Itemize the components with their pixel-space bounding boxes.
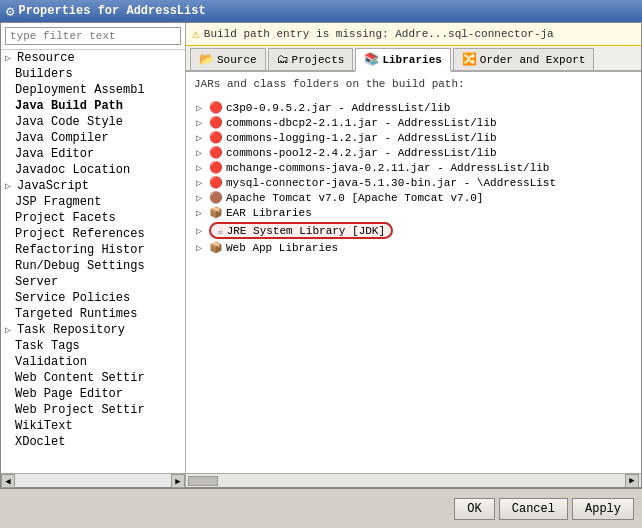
left-scroll: ◀ ▶ bbox=[1, 473, 185, 487]
bottom-bar: OK Cancel Apply bbox=[0, 488, 642, 528]
tree-item-label: Validation bbox=[15, 355, 87, 369]
ok-button[interactable]: OK bbox=[454, 498, 494, 520]
tree-item[interactable]: Web Project Settir bbox=[1, 402, 185, 418]
tree-item[interactable]: ▷JavaScript bbox=[1, 178, 185, 194]
tree-item[interactable]: Java Code Style bbox=[1, 114, 185, 130]
jar-icon: 📦 bbox=[209, 206, 223, 219]
tree-item[interactable]: Javadoc Location bbox=[1, 162, 185, 178]
tree-item-label: Web Content Settir bbox=[15, 371, 145, 385]
jar-icon: 🔴 bbox=[209, 101, 223, 114]
tab-label: Projects bbox=[292, 54, 345, 66]
jar-label: c3p0-0.9.5.2.jar - AddressList/lib bbox=[226, 102, 450, 114]
tree-item-label: Java Compiler bbox=[15, 131, 109, 145]
tree-item-label: Refactoring Histor bbox=[15, 243, 145, 257]
jar-label: EAR Libraries bbox=[226, 207, 312, 219]
tree-item[interactable]: JSP Fragment bbox=[1, 194, 185, 210]
tab-icon: 🔀 bbox=[462, 52, 477, 67]
jar-expander: ▷ bbox=[196, 132, 206, 144]
tree-item-label: JSP Fragment bbox=[15, 195, 101, 209]
tree-item[interactable]: Web Page Editor bbox=[1, 386, 185, 402]
tree-item[interactable]: Validation bbox=[1, 354, 185, 370]
jar-icon: 🔴 bbox=[209, 131, 223, 144]
jar-item[interactable]: ▷🔴mchange-commons-java-0.2.11.jar - Addr… bbox=[194, 160, 633, 175]
tree-item[interactable]: Deployment Assembl bbox=[1, 82, 185, 98]
jar-item[interactable]: ▷☕JRE System Library [JDK] bbox=[194, 221, 633, 240]
content-area: JARs and class folders on the build path… bbox=[186, 72, 641, 100]
tab-icon: 🗂 bbox=[277, 52, 289, 67]
tree-item[interactable]: WikiText bbox=[1, 418, 185, 434]
tree-list: ▷ResourceBuildersDeployment AssemblJava … bbox=[1, 50, 185, 473]
tree-item[interactable]: Java Editor bbox=[1, 146, 185, 162]
jar-item[interactable]: ▷🔴c3p0-0.9.5.2.jar - AddressList/lib bbox=[194, 100, 633, 115]
tree-item-label: XDoclet bbox=[15, 435, 65, 449]
jar-expander: ▷ bbox=[196, 117, 206, 129]
tab-order-and-export[interactable]: 🔀Order and Export bbox=[453, 48, 595, 70]
tree-item[interactable]: XDoclet bbox=[1, 434, 185, 450]
jar-expander: ▷ bbox=[196, 102, 206, 114]
jar-expander: ▷ bbox=[196, 192, 206, 204]
tree-item-label: Service Policies bbox=[15, 291, 130, 305]
tree-item[interactable]: Task Tags bbox=[1, 338, 185, 354]
filter-input[interactable] bbox=[5, 27, 181, 45]
jar-list-scroll[interactable]: ▷🔴c3p0-0.9.5.2.jar - AddressList/lib▷🔴co… bbox=[186, 100, 641, 473]
tree-item[interactable]: Server bbox=[1, 274, 185, 290]
tree-item[interactable]: Service Policies bbox=[1, 290, 185, 306]
jar-item[interactable]: ▷🔴commons-logging-1.2.jar - AddressList/… bbox=[194, 130, 633, 145]
jars-label: JARs and class folders on the build path… bbox=[194, 78, 633, 90]
tree-item[interactable]: Java Build Path bbox=[1, 98, 185, 114]
tree-item[interactable]: Run/Debug Settings bbox=[1, 258, 185, 274]
jar-item[interactable]: ▷📦Web App Libraries bbox=[194, 240, 633, 255]
tree-item[interactable]: Java Compiler bbox=[1, 130, 185, 146]
cancel-button[interactable]: Cancel bbox=[499, 498, 568, 520]
filter-wrap bbox=[1, 23, 185, 50]
scroll-left-btn[interactable]: ◀ bbox=[1, 474, 15, 488]
tree-expander: ▷ bbox=[5, 324, 15, 336]
tree-item-label: Task Repository bbox=[17, 323, 125, 337]
tab-source[interactable]: 📂Source bbox=[190, 48, 266, 70]
scroll-thumb[interactable] bbox=[188, 476, 218, 486]
tree-item-label: Server bbox=[15, 275, 58, 289]
jar-icon: 🟤 bbox=[209, 191, 223, 204]
gear-icon: ⚙ bbox=[6, 3, 14, 20]
window-title: Properties for AddressList bbox=[18, 4, 205, 18]
tree-item[interactable]: ▷Task Repository bbox=[1, 322, 185, 338]
jar-label: Web App Libraries bbox=[226, 242, 338, 254]
tree-item-label: Deployment Assembl bbox=[15, 83, 145, 97]
tree-item[interactable]: Refactoring Histor bbox=[1, 242, 185, 258]
tree-item[interactable]: Web Content Settir bbox=[1, 370, 185, 386]
jar-expander: ▷ bbox=[196, 242, 206, 254]
tree-item-label: Javadoc Location bbox=[15, 163, 130, 177]
right-panel: ⚠ Build path entry is missing: Addre...s… bbox=[186, 23, 641, 487]
tree-item[interactable]: ▷Resource bbox=[1, 50, 185, 66]
jar-item[interactable]: ▷🔴commons-pool2-2.4.2.jar - AddressList/… bbox=[194, 145, 633, 160]
jar-item[interactable]: ▷🔴commons-dbcp2-2.1.1.jar - AddressList/… bbox=[194, 115, 633, 130]
tab-label: Order and Export bbox=[480, 54, 586, 66]
tab-libraries[interactable]: 📚Libraries bbox=[355, 48, 450, 72]
jar-item[interactable]: ▷📦EAR Libraries bbox=[194, 205, 633, 220]
tab-icon: 📂 bbox=[199, 52, 214, 67]
tree-item[interactable]: Targeted Runtimes bbox=[1, 306, 185, 322]
tree-item-label: Java Code Style bbox=[15, 115, 123, 129]
jar-label: commons-pool2-2.4.2.jar - AddressList/li… bbox=[226, 147, 497, 159]
horizontal-scrollbar[interactable]: ▶ bbox=[186, 473, 641, 487]
jar-icon: 🔴 bbox=[209, 176, 223, 189]
jar-icon: 🔴 bbox=[209, 116, 223, 129]
warning-text: Build path entry is missing: Addre...sql… bbox=[204, 28, 554, 40]
jar-label: commons-dbcp2-2.1.1.jar - AddressList/li… bbox=[226, 117, 497, 129]
tree-expander: ▷ bbox=[5, 52, 15, 64]
tree-item-label: Targeted Runtimes bbox=[15, 307, 137, 321]
scroll-right-btn[interactable]: ▶ bbox=[171, 474, 185, 488]
apply-button[interactable]: Apply bbox=[572, 498, 634, 520]
jar-item[interactable]: ▷🔴mysql-connector-java-5.1.30-bin.jar - … bbox=[194, 175, 633, 190]
tree-item-label: Task Tags bbox=[15, 339, 80, 353]
tree-item[interactable]: Project Facets bbox=[1, 210, 185, 226]
tree-item[interactable]: Project References bbox=[1, 226, 185, 242]
tree-item-label: Web Project Settir bbox=[15, 403, 145, 417]
jar-item[interactable]: ▷🟤Apache Tomcat v7.0 [Apache Tomcat v7.0… bbox=[194, 190, 633, 205]
tab-projects[interactable]: 🗂Projects bbox=[268, 48, 354, 70]
left-panel: ▷ResourceBuildersDeployment AssemblJava … bbox=[1, 23, 186, 487]
tree-item-label: Java Editor bbox=[15, 147, 94, 161]
main-content: ▷ResourceBuildersDeployment AssemblJava … bbox=[0, 22, 642, 488]
scroll-right-h[interactable]: ▶ bbox=[625, 474, 639, 488]
tree-item[interactable]: Builders bbox=[1, 66, 185, 82]
